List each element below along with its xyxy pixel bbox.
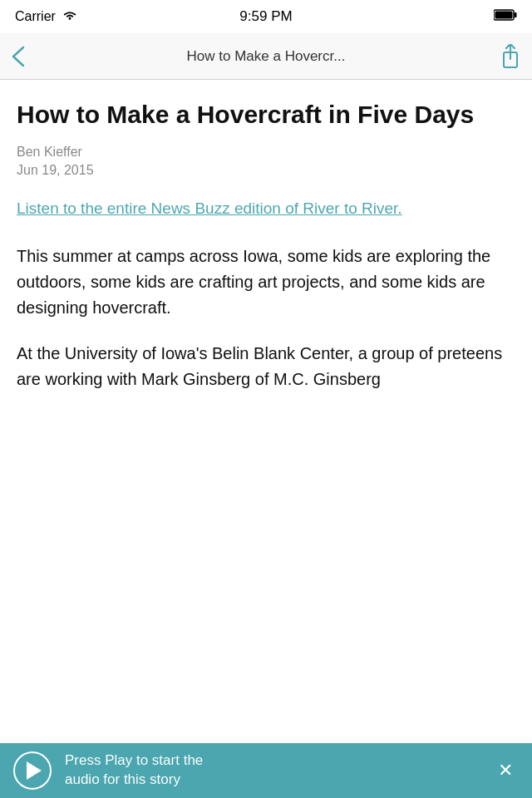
audio-text-line1: Press Play to start the: [65, 752, 203, 768]
play-button[interactable]: [13, 751, 52, 790]
share-button[interactable]: [484, 44, 520, 69]
close-audio-button[interactable]: ✕: [492, 757, 519, 784]
article-title: How to Make a Hovercraft in Five Days: [17, 100, 515, 130]
status-left: Carrier: [15, 9, 77, 24]
article-body: This summer at camps across Iowa, some k…: [17, 244, 515, 392]
wifi-icon: [62, 9, 77, 24]
body-paragraph-2: At the University of Iowa's Belin Blank …: [17, 341, 515, 392]
play-icon: [27, 761, 42, 780]
back-button[interactable]: [12, 46, 48, 67]
article-author: Ben Kieffer: [17, 145, 515, 160]
status-right: [494, 9, 517, 24]
audio-bar: Press Play to start the audio for this s…: [0, 743, 532, 798]
audio-text-line2: audio for this story: [65, 771, 180, 787]
article-date: Jun 19, 2015: [17, 163, 515, 178]
nav-bar: How to Make a Hovercr...: [0, 33, 532, 80]
status-time: 9:59 PM: [239, 8, 292, 25]
svg-rect-3: [495, 12, 513, 19]
body-paragraph-1: This summer at camps across Iowa, some k…: [17, 244, 515, 321]
audio-text: Press Play to start the audio for this s…: [65, 751, 492, 790]
svg-point-0: [69, 17, 71, 20]
article-content: How to Make a Hovercraft in Five Days Be…: [0, 80, 532, 743]
close-icon: ✕: [498, 761, 513, 780]
nav-title: How to Make a Hovercr...: [48, 48, 484, 65]
svg-rect-2: [515, 12, 517, 17]
article-link[interactable]: Listen to the entire News Buzz edition o…: [17, 198, 515, 220]
status-bar: Carrier 9:59 PM: [0, 0, 532, 33]
carrier-label: Carrier: [15, 9, 56, 24]
battery-icon: [494, 9, 517, 24]
